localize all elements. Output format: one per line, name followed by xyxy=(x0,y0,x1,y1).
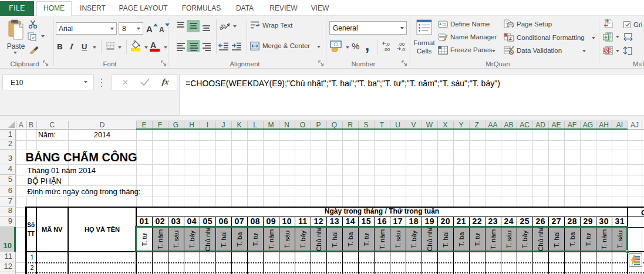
svg-text:ab: ab xyxy=(220,22,227,31)
svg-text:≠: ≠ xyxy=(509,36,512,42)
svg-text:.00: .00 xyxy=(383,47,390,52)
svg-text:.00: .00 xyxy=(398,42,405,47)
svg-text:.0: .0 xyxy=(401,47,405,52)
svg-text:.0: .0 xyxy=(386,42,390,47)
